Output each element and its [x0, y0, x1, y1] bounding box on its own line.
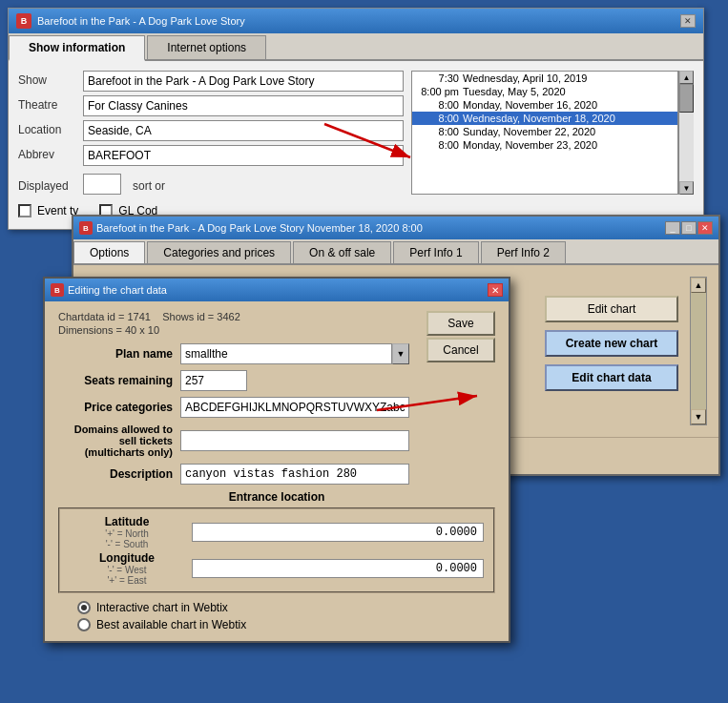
child-titlebar-buttons: _ □ ✕ [665, 221, 713, 235]
child-minimize-btn[interactable]: _ [665, 221, 680, 235]
sort-label: sort or [129, 176, 165, 193]
tab-perf-info-1[interactable]: Perf Info 1 [393, 241, 478, 263]
child-scroll-up[interactable]: ▲ [691, 278, 706, 293]
schedule-row[interactable]: 8:00 pm Tuesday, May 5, 2020 [412, 85, 677, 98]
abbrev-input[interactable] [83, 145, 404, 166]
child-title-area: B Barefoot in the Park - A Dog Park Love… [79, 221, 423, 235]
create-new-chart-button[interactable]: Create new chart [545, 330, 678, 357]
lat-north-label: '+' = North [70, 528, 184, 539]
plan-name-select-row: ▼ [180, 343, 409, 364]
dialog-title: Editing the chart data [68, 284, 167, 296]
schedule-scroll-track [679, 84, 694, 181]
child-tab-bar: Options Categories and prices On & off s… [73, 239, 718, 265]
child-maximize-btn[interactable]: □ [681, 221, 697, 235]
longitude-label: Longitude [70, 551, 184, 565]
abbrev-label: Abbrev [18, 145, 75, 166]
location-input[interactable] [83, 120, 404, 141]
schedule-row-selected[interactable]: 8:00 Wednesday, November 18, 2020 [412, 112, 677, 125]
schedule-list: 7:30 Wednesday, April 10, 2019 8:00 pm T… [412, 72, 677, 152]
dialog-titlebar: B Editing the chart data ✕ [45, 279, 509, 301]
theatre-input[interactable] [83, 95, 404, 116]
schedule-area: 7:30 Wednesday, April 10, 2019 8:00 pm T… [411, 71, 694, 195]
domains-label: Domains allowed to sell tickets (multich… [58, 424, 173, 458]
main-window: B Barefoot in the Park - A Dog Park Love… [8, 8, 704, 230]
entrance-location-title: Entrance location [58, 490, 495, 504]
schedule-row[interactable]: 7:30 Wednesday, April 10, 2019 [412, 72, 677, 85]
entrance-location-section: Entrance location Latitude '+' = North '… [58, 490, 495, 593]
dialog-chart-id: Chartdata id = 1741 Shows id = 3462 [58, 311, 409, 322]
tab-show-information[interactable]: Show information [9, 35, 145, 61]
latitude-label: Latitude [70, 515, 184, 528]
schedule-scroll-down[interactable]: ▼ [679, 181, 694, 195]
radio-best-available-circle[interactable] [77, 618, 91, 631]
schedule-scrollbar: ▲ ▼ [678, 71, 694, 195]
event-type-checkbox[interactable] [18, 204, 31, 217]
child-right-scrollbar: ▲ ▼ [690, 277, 707, 425]
lon-east-label: '+' = East [70, 575, 184, 586]
dialog-close-btn[interactable]: ✕ [488, 283, 503, 297]
latitude-group: Latitude '+' = North '-' = South [70, 515, 184, 549]
schedule-scroll-thumb[interactable] [679, 84, 694, 113]
lat-south-label: '-' = South [70, 539, 184, 549]
domains-input[interactable] [180, 430, 409, 451]
radio-interactive-circle[interactable] [77, 601, 91, 614]
schedule-scroll-up[interactable]: ▲ [679, 71, 694, 84]
latitude-value[interactable]: 0.0000 [192, 523, 484, 542]
seats-remaining-label: Seats remaining [58, 374, 173, 387]
dialog-form: Plan name ▼ Seats remaining Price catego… [58, 343, 409, 485]
location-label: Location [18, 120, 75, 141]
tab-perf-info-2[interactable]: Perf Info 2 [481, 241, 566, 263]
plan-name-input[interactable] [180, 343, 392, 364]
plan-name-dropdown-btn[interactable]: ▼ [392, 343, 409, 364]
theatre-label: Theatre [18, 95, 75, 116]
save-button[interactable]: Save [426, 311, 495, 336]
longitude-value[interactable]: 0.0000 [192, 559, 484, 578]
main-close-btn[interactable]: ✕ [680, 14, 696, 28]
radio-interactive[interactable]: Interactive chart in Webtix [77, 601, 495, 614]
main-content-area: Show Theatre Location Abbrev Displayed s… [9, 61, 703, 229]
child-scroll-down[interactable]: ▼ [691, 409, 706, 424]
tab-options[interactable]: Options [73, 241, 145, 263]
radio-group: Interactive chart in Webtix Best availab… [58, 601, 495, 631]
entrance-grid: Latitude '+' = North '-' = South 0.0000 … [58, 507, 495, 593]
dialog-app-icon: B [51, 283, 64, 297]
show-label: Show [18, 71, 75, 92]
longitude-group: Longitude '-' = West '+' = East [70, 551, 184, 586]
child-close-btn[interactable]: ✕ [697, 221, 713, 235]
main-app-icon: B [16, 13, 31, 29]
schedule-row[interactable]: 8:00 Monday, November 23, 2020 [412, 138, 677, 152]
schedule-row[interactable]: 8:00 Monday, November 16, 2020 [412, 98, 677, 112]
seats-remaining-input[interactable] [180, 370, 247, 391]
main-window-title: Barefoot in the Park - A Dog Park Love S… [37, 15, 245, 27]
show-fields: Show Theatre Location Abbrev [18, 71, 404, 166]
price-categories-label: Price categories [58, 401, 173, 414]
price-categories-input[interactable] [180, 397, 409, 418]
lon-west-label: '-' = West [70, 565, 184, 575]
dialog-body: Chartdata id = 1741 Shows id = 3462 Dime… [45, 301, 509, 641]
radio-best-available[interactable]: Best available chart in Webtix [77, 618, 495, 631]
radio-interactive-label: Interactive chart in Webtix [96, 601, 228, 614]
edit-chart-data-button[interactable]: Edit chart data [545, 364, 678, 391]
dialog-window: B Editing the chart data ✕ Chartdata id … [43, 277, 510, 643]
child-window-title: Barefoot in the Park - A Dog Park Love S… [96, 222, 423, 234]
tab-internet-options[interactable]: Internet options [147, 35, 266, 59]
main-titlebar-buttons: ✕ [680, 14, 696, 28]
description-input[interactable] [180, 464, 409, 485]
edit-chart-button[interactable]: Edit chart [545, 296, 678, 322]
tab-categories-prices[interactable]: Categories and prices [147, 241, 291, 263]
child-app-icon: B [79, 221, 93, 235]
schedule-row[interactable]: 8:00 Sunday, November 22, 2020 [412, 125, 677, 138]
displayed-input[interactable] [83, 174, 121, 195]
dialog-top-area: Chartdata id = 1741 Shows id = 3462 Dime… [58, 311, 495, 485]
displayed-label: Displayed [18, 176, 75, 193]
main-tab-bar: Show information Internet options [9, 33, 703, 61]
show-input[interactable] [83, 71, 404, 92]
plan-name-label: Plan name [58, 347, 173, 361]
tab-on-off-sale[interactable]: On & off sale [293, 241, 391, 263]
main-titlebar: B Barefoot in the Park - A Dog Park Love… [9, 9, 703, 33]
child-titlebar: B Barefoot in the Park - A Dog Park Love… [73, 217, 718, 239]
dialog-title-area: B Editing the chart data [51, 283, 167, 297]
main-form-layout: Show Theatre Location Abbrev Displayed s… [18, 71, 694, 195]
cancel-button[interactable]: Cancel [426, 338, 495, 362]
child-right-buttons: Edit chart Create new chart Edit chart d… [545, 277, 678, 425]
